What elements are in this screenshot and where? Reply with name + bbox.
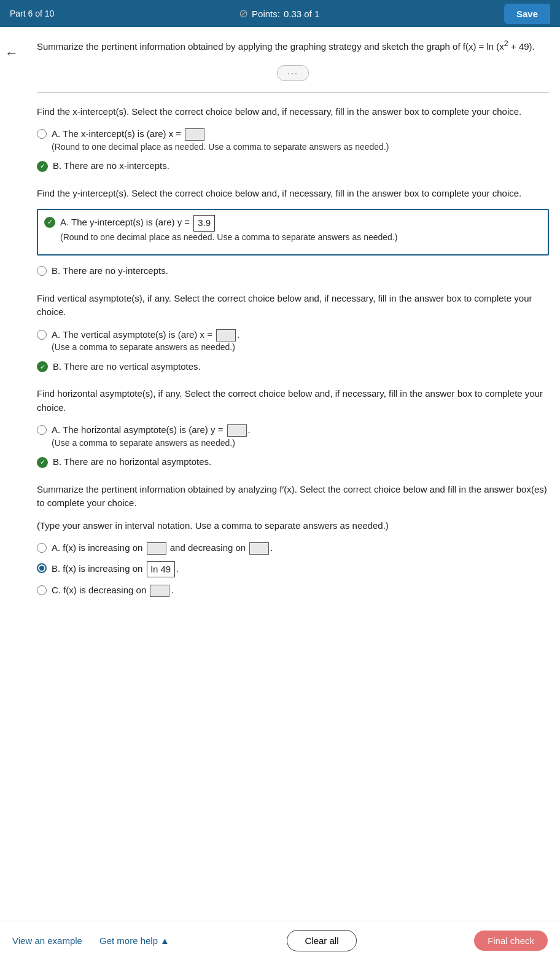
header: Part 6 of 10 ⊘ Points: 0.33 of 1 Save bbox=[0, 0, 560, 27]
x-intercept-section: Find the x-intercept(s). Select the corr… bbox=[37, 105, 549, 173]
deriv-a-letter: A. bbox=[52, 542, 60, 553]
va-a-note: (Use a comma to separate answers as need… bbox=[52, 341, 549, 354]
deriv-c-text: f(x) is decreasing on bbox=[63, 585, 149, 595]
points-label: Points: bbox=[252, 9, 280, 19]
deriv-a-input2[interactable] bbox=[249, 542, 269, 555]
ha-a-content: A. The horizontal asymptote(s) is (are) … bbox=[52, 423, 549, 449]
x-intercept-option-b[interactable]: ✓ B. There are no x-intercepts. bbox=[37, 159, 549, 173]
x-intercept-a-letter: A. bbox=[52, 128, 60, 139]
ha-b-check[interactable]: ✓ bbox=[37, 456, 48, 468]
y-intercept-option-a[interactable]: ✓ A. The y-intercept(s) is (are) y = 3.9… bbox=[44, 215, 542, 243]
va-a-content: A. The vertical asymptote(s) is (are) x … bbox=[52, 328, 549, 354]
points-value: 0.33 of 1 bbox=[284, 9, 319, 19]
bottom-bar: View an example Get more help ▲ Clear al… bbox=[0, 921, 560, 960]
ha-b-content: B. There are no horizontal asymptotes. bbox=[53, 455, 549, 469]
horizontal-asymptote-option-b[interactable]: ✓ B. There are no horizontal asymptotes. bbox=[37, 455, 549, 469]
y-intercept-option-a-box: ✓ A. The y-intercept(s) is (are) y = 3.9… bbox=[37, 209, 549, 256]
va-b-letter: B. bbox=[53, 361, 61, 372]
derivative-option-b[interactable]: B. f(x) is increasing on ln 49. bbox=[37, 561, 549, 578]
va-a-input[interactable] bbox=[216, 329, 236, 341]
x-intercept-b-letter: B. bbox=[53, 160, 61, 171]
ha-a-text: The horizontal asymptote(s) is (are) y = bbox=[63, 424, 226, 435]
horizontal-asymptote-section: Find horizontal asymptote(s), if any. Se… bbox=[37, 387, 549, 469]
deriv-c-content: C. f(x) is decreasing on . bbox=[52, 583, 549, 598]
section-divider bbox=[37, 92, 549, 93]
ha-a-input[interactable] bbox=[227, 424, 247, 437]
ha-b-text: There are no horizontal asymptotes. bbox=[64, 456, 211, 467]
deriv-a-text1: f(x) is increasing on bbox=[63, 542, 145, 553]
horizontal-asymptote-instruction: Find horizontal asymptote(s), if any. Se… bbox=[37, 387, 549, 415]
vertical-asymptote-section: Find vertical asymptote(s), if any. Sele… bbox=[37, 292, 549, 374]
x-intercept-a-input[interactable] bbox=[185, 128, 204, 141]
y-intercept-b-radio[interactable] bbox=[37, 265, 47, 278]
y-intercept-b-text: There are no y-intercepts. bbox=[63, 265, 168, 276]
y-intercept-b-content: B. There are no y-intercepts. bbox=[52, 264, 549, 278]
deriv-b-radio[interactable] bbox=[37, 562, 47, 573]
va-b-check[interactable]: ✓ bbox=[37, 361, 48, 373]
deriv-a-content: A. f(x) is increasing on and decreasing … bbox=[52, 541, 549, 555]
deriv-c-letter: C. bbox=[52, 585, 61, 595]
points-display: ⊘ Points: 0.33 of 1 bbox=[239, 7, 319, 20]
deriv-c-radio[interactable] bbox=[37, 584, 47, 597]
bottom-left-actions: View an example Get more help ▲ bbox=[12, 935, 169, 946]
derivative-section: Summarize the pertinent information obta… bbox=[37, 483, 549, 598]
back-arrow-container: ← bbox=[0, 27, 23, 960]
va-a-radio[interactable] bbox=[37, 329, 47, 341]
x-intercept-instruction: Find the x-intercept(s). Select the corr… bbox=[37, 105, 549, 119]
deriv-b-text: f(x) is increasing on bbox=[63, 563, 145, 574]
final-check-button[interactable]: Final check bbox=[474, 931, 548, 951]
va-a-letter: A. bbox=[52, 329, 60, 340]
deriv-b-letter: B. bbox=[52, 563, 60, 574]
save-button[interactable]: Save bbox=[504, 4, 550, 24]
y-intercept-b-letter: B. bbox=[52, 265, 60, 276]
deriv-c-input[interactable] bbox=[150, 585, 169, 597]
part-label: Part 6 of 10 bbox=[10, 9, 54, 18]
get-more-help-label: Get more help bbox=[99, 935, 158, 946]
get-more-help-button[interactable]: Get more help ▲ bbox=[99, 935, 169, 946]
y-intercept-section: Find the y-intercept(s). Select the corr… bbox=[37, 187, 549, 278]
clear-all-button[interactable]: Clear all bbox=[287, 930, 356, 951]
x-intercept-b-text: There are no x-intercepts. bbox=[64, 160, 169, 171]
y-intercept-instruction: Find the y-intercept(s). Select the corr… bbox=[37, 187, 549, 201]
y-intercept-a-text: The y-intercept(s) is (are) y = bbox=[71, 217, 192, 227]
back-arrow-icon[interactable]: ← bbox=[5, 45, 18, 61]
deriv-a-radio[interactable] bbox=[37, 542, 47, 555]
y-intercept-a-letter: A. bbox=[60, 217, 69, 227]
x-intercept-b-content: B. There are no x-intercepts. bbox=[53, 159, 549, 173]
derivative-sub-note: (Type your answer in interval notation. … bbox=[37, 519, 549, 533]
derivative-instruction: Summarize the pertinent information obta… bbox=[37, 483, 549, 510]
ha-a-radio[interactable] bbox=[37, 424, 47, 437]
ellipsis-button[interactable]: ··· bbox=[277, 65, 309, 81]
va-b-text: There are no vertical asymptotes. bbox=[64, 361, 201, 372]
x-intercept-a-content: A. The x-intercept(s) is (are) x = (Roun… bbox=[52, 127, 549, 153]
x-intercept-option-a[interactable]: A. The x-intercept(s) is (are) x = (Roun… bbox=[37, 127, 549, 153]
deriv-b-content: B. f(x) is increasing on ln 49. bbox=[52, 561, 549, 578]
x-intercept-a-radio[interactable] bbox=[37, 128, 47, 141]
vertical-asymptote-option-a[interactable]: A. The vertical asymptote(s) is (are) x … bbox=[37, 328, 549, 354]
deriv-a-text2: and decreasing on bbox=[170, 542, 249, 553]
deriv-b-value[interactable]: ln 49 bbox=[147, 561, 176, 578]
x-intercept-b-check[interactable]: ✓ bbox=[37, 160, 48, 172]
get-more-help-arrow: ▲ bbox=[160, 935, 169, 946]
derivative-option-a[interactable]: A. f(x) is increasing on and decreasing … bbox=[37, 541, 549, 555]
ha-a-letter: A. bbox=[52, 424, 60, 435]
ha-a-note: (Use a comma to separate answers as need… bbox=[52, 437, 549, 450]
main-content: Summarize the pertinent information obta… bbox=[31, 27, 560, 660]
y-intercept-a-note: (Round to one decimal place as needed. U… bbox=[60, 232, 542, 244]
vertical-asymptote-option-b[interactable]: ✓ B. There are no vertical asymptotes. bbox=[37, 360, 549, 374]
ha-b-letter: B. bbox=[53, 456, 61, 467]
view-example-link[interactable]: View an example bbox=[12, 935, 82, 946]
derivative-option-c[interactable]: C. f(x) is decreasing on . bbox=[37, 583, 549, 598]
x-intercept-a-note: (Round to one decimal place as needed. U… bbox=[52, 141, 549, 154]
y-intercept-option-b[interactable]: B. There are no y-intercepts. bbox=[37, 264, 549, 278]
y-intercept-value[interactable]: 3.9 bbox=[193, 215, 215, 232]
va-a-text: The vertical asymptote(s) is (are) x = bbox=[63, 329, 215, 340]
ellipsis-container: ··· bbox=[37, 65, 549, 81]
horizontal-asymptote-option-a[interactable]: A. The horizontal asymptote(s) is (are) … bbox=[37, 423, 549, 449]
va-b-content: B. There are no vertical asymptotes. bbox=[53, 360, 549, 374]
vertical-asymptote-instruction: Find vertical asymptote(s), if any. Sele… bbox=[37, 292, 549, 319]
deriv-a-input1[interactable] bbox=[147, 542, 166, 555]
y-intercept-a-check[interactable]: ✓ bbox=[44, 216, 55, 228]
points-icon: ⊘ bbox=[239, 7, 248, 20]
y-intercept-a-content: A. The y-intercept(s) is (are) y = 3.9 (… bbox=[60, 215, 542, 243]
